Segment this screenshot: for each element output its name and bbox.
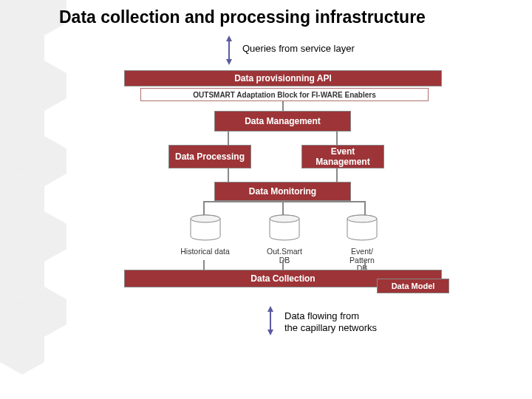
box-management: Data Management (214, 111, 351, 132)
db-historical: Historical data (177, 214, 233, 256)
arrow-top (223, 35, 235, 65)
annotation-top: Queries from service layer (242, 43, 355, 55)
page-title: Data collection and processing infrastru… (59, 7, 426, 27)
annotation-bottom: Data flowing from the capillary networks (284, 310, 377, 335)
svg-point-21 (270, 215, 299, 222)
box-monitoring: Data Monitoring (214, 182, 351, 201)
box-api: Data provisionning API (124, 70, 442, 86)
svg-marker-25 (267, 306, 273, 312)
db-outsmart: Out.Smart DB (259, 214, 310, 265)
svg-point-19 (191, 215, 220, 222)
hexagon-background (0, 0, 66, 399)
box-processing: Data Processing (168, 145, 251, 168)
db-event: Event/ Pattern DB (336, 214, 388, 273)
svg-point-23 (347, 215, 377, 222)
box-model: Data Model (377, 279, 449, 293)
arrow-bottom (265, 306, 276, 335)
svg-marker-16 (226, 35, 232, 41)
box-adaptation: OUTSMART Adaptation Block for FI-WARE En… (140, 88, 429, 101)
svg-marker-26 (267, 330, 273, 335)
svg-marker-17 (226, 59, 232, 65)
box-event: Event Management (301, 145, 384, 168)
